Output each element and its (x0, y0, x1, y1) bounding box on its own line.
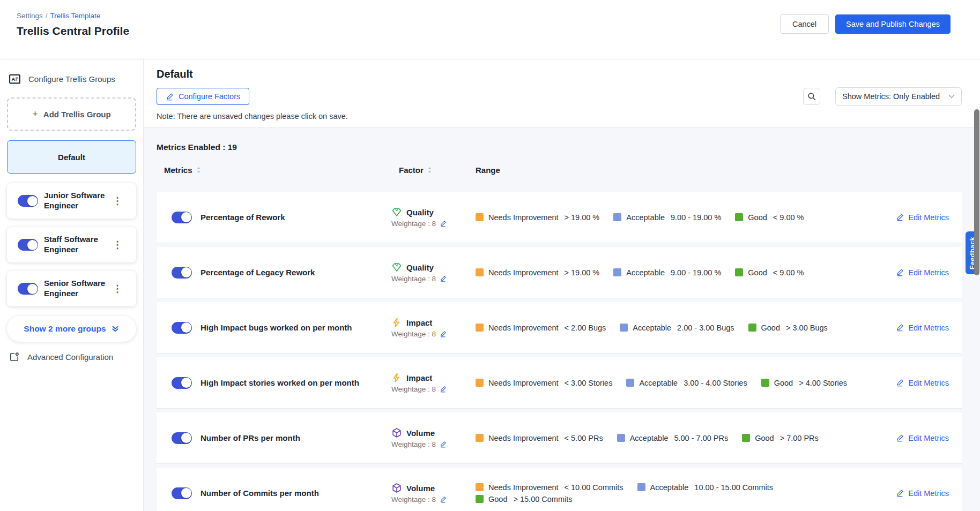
search-button[interactable] (803, 88, 820, 105)
sidebar-section-title: Configure Trellis Groups (28, 74, 115, 84)
group-toggle[interactable] (18, 239, 38, 251)
save-and-publish-button[interactable]: Save and Publish Changes (835, 14, 951, 34)
metric-row: Percentage of Legacy Rework Quality Weig… (157, 247, 962, 298)
svg-text:A: A (11, 77, 15, 82)
edit-weightage-icon[interactable] (440, 330, 447, 337)
group-item[interactable]: Staff Software Engineer ⋮ (7, 227, 136, 262)
edit-pencil-icon (896, 268, 904, 276)
quality-gem-icon (391, 207, 402, 217)
edit-weightage-icon[interactable] (440, 220, 447, 227)
edit-pencil-icon (896, 379, 904, 387)
metric-toggle[interactable] (172, 322, 192, 334)
kebab-menu-icon[interactable]: ⋮ (113, 240, 122, 250)
edit-metrics-link[interactable]: Edit Metrics (872, 213, 962, 222)
range-needs-improvement: Needs Improvement< 10.00 Commits (476, 483, 623, 492)
range-color-swatch (748, 324, 756, 332)
add-trellis-group-button[interactable]: + Add Trellis Group (7, 97, 136, 131)
vertical-scrollbar[interactable] (974, 109, 979, 275)
edit-metrics-link[interactable]: Edit Metrics (872, 434, 962, 442)
group-toggle[interactable] (18, 195, 38, 207)
metric-toggle[interactable] (172, 487, 192, 499)
cancel-button[interactable]: Cancel (780, 14, 829, 34)
breadcrumb-separator: / (46, 12, 48, 20)
advanced-configuration-icon (8, 351, 20, 363)
metric-toggle[interactable] (172, 267, 192, 279)
column-header-metrics[interactable]: Metrics (157, 166, 391, 175)
toggle-knob (181, 378, 191, 388)
edit-metrics-link[interactable]: Edit Metrics (872, 268, 962, 277)
edit-weightage-icon[interactable] (440, 275, 447, 282)
metric-row: Number of PRs per month Volume Weightage… (157, 412, 962, 464)
group-item-label: Staff Software Engineer (44, 235, 113, 255)
range-color-swatch (742, 434, 750, 442)
column-header-factor[interactable]: Factor (391, 166, 476, 175)
edit-weightage-icon[interactable] (440, 441, 447, 448)
weightage-label: Weightage : 8 (391, 440, 436, 448)
configure-factors-button[interactable]: Configure Factors (157, 88, 249, 105)
metric-toggle[interactable] (172, 432, 192, 444)
range-color-swatch (476, 213, 484, 221)
search-icon (807, 92, 816, 101)
advanced-configuration-link[interactable]: Advanced Configuration (8, 351, 136, 363)
metric-toggle[interactable] (172, 377, 192, 389)
sort-icon[interactable] (196, 167, 201, 174)
range-cell: Needs Improvement< 2.00 BugsAcceptable2.… (476, 324, 872, 332)
factor-name: Impact (406, 373, 432, 382)
toggle-knob (27, 284, 38, 294)
group-item-default[interactable]: Default (7, 140, 136, 174)
impact-lightning-icon (391, 372, 402, 383)
range-good: Good> 3.00 Bugs (748, 324, 828, 332)
metric-cell: High Impact bugs worked on per month (157, 322, 391, 334)
group-item[interactable]: Junior Software Engineer ⋮ (7, 183, 136, 219)
edit-metrics-link[interactable]: Edit Metrics (872, 489, 962, 498)
weightage-label: Weightage : 8 (391, 220, 436, 228)
edit-weightage-icon[interactable] (440, 496, 447, 503)
impact-lightning-icon (391, 317, 402, 328)
group-item-label: Senior Software Engineer (44, 279, 113, 299)
range-color-swatch (476, 268, 484, 276)
factor-cell: Quality Weightage : 8 (391, 207, 476, 228)
metric-row: High Impact bugs worked on per month Imp… (157, 302, 962, 354)
range-cell: Needs Improvement> 19.00 %Acceptable9.00… (476, 268, 872, 277)
toggle-knob (181, 212, 191, 222)
metric-name: High Impact bugs worked on per month (201, 323, 352, 332)
content: A Configure Trellis Groups + Add Trellis… (0, 59, 980, 511)
kebab-menu-icon[interactable]: ⋮ (113, 196, 122, 206)
edit-weightage-icon[interactable] (440, 386, 447, 393)
metrics-table-section: Metrics Enabled : 19 Metrics Factor (144, 127, 980, 511)
edit-metrics-link[interactable]: Edit Metrics (872, 324, 962, 332)
show-metrics-dropdown[interactable]: Show Metrics: Only Enabled (835, 87, 962, 106)
range-acceptable: Acceptable9.00 - 19.00 % (613, 268, 721, 277)
metric-cell: Percentage of Legacy Rework (157, 267, 391, 279)
range-good: Good< 9.00 % (735, 268, 804, 277)
breadcrumb-settings[interactable]: Settings (17, 12, 43, 20)
range-acceptable: Acceptable5.00 - 7.00 PRs (617, 434, 729, 442)
main-panel: Default Configure Factors (144, 59, 980, 511)
range-color-swatch (735, 268, 743, 276)
range-needs-improvement: Needs Improvement> 19.00 % (476, 213, 599, 222)
kebab-menu-icon[interactable]: ⋮ (113, 284, 122, 294)
range-color-swatch (617, 434, 625, 442)
factor-cell: Volume Weightage : 8 (391, 483, 476, 504)
main-header: Default Configure Factors (144, 59, 980, 127)
unsaved-changes-note: Note: There are unsaved changes please c… (157, 112, 962, 121)
metric-name: Number of PRs per month (201, 433, 300, 442)
group-item[interactable]: Senior Software Engineer ⋮ (7, 271, 136, 306)
breadcrumb-trellis-template[interactable]: Trellis Template (50, 12, 101, 20)
group-toggle[interactable] (18, 283, 38, 295)
range-color-swatch (476, 379, 484, 387)
factor-name: Quality (406, 208, 434, 217)
edit-pencil-icon (896, 434, 904, 442)
metric-cell: Percentage of Rework (157, 212, 391, 223)
metric-name: Number of Commits per month (201, 489, 319, 498)
edit-metrics-link[interactable]: Edit Metrics (872, 379, 962, 387)
range-color-swatch (637, 483, 645, 491)
range-color-swatch (761, 379, 769, 387)
show-more-groups-button[interactable]: Show 2 more groups (7, 316, 136, 342)
edit-pencil-icon (896, 213, 904, 221)
sidebar: A Configure Trellis Groups + Add Trellis… (0, 59, 144, 511)
range-cell: Needs Improvement< 5.00 PRsAcceptable5.0… (476, 434, 872, 442)
sort-icon[interactable] (427, 167, 432, 174)
metric-toggle[interactable] (172, 212, 192, 223)
range-color-swatch (735, 213, 743, 221)
